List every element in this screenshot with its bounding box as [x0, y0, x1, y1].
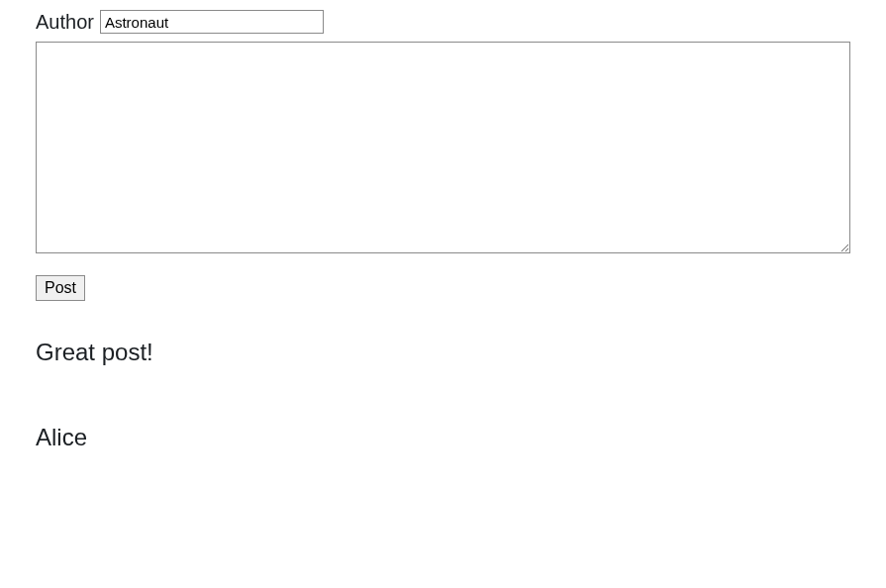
- author-input[interactable]: [100, 10, 324, 34]
- post-button[interactable]: Post: [36, 275, 85, 301]
- author-label: Author: [36, 11, 94, 34]
- author-row: Author: [36, 10, 850, 34]
- comment-author: Alice: [36, 424, 850, 451]
- comment-body-textarea[interactable]: [36, 42, 850, 253]
- comment-title: Great post!: [36, 339, 850, 366]
